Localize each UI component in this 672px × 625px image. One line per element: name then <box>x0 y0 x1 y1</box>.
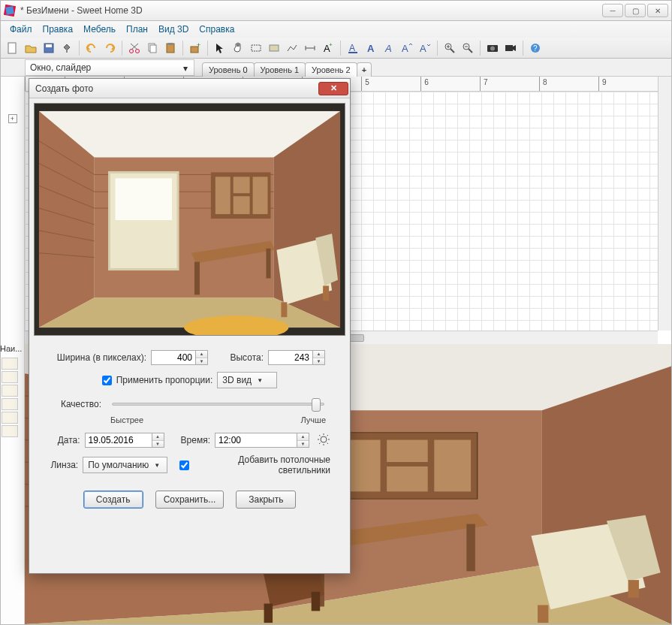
help-icon[interactable]: ? <box>528 41 543 56</box>
quality-label: Качество: <box>49 399 101 409</box>
zoom-out-icon[interactable] <box>460 41 475 56</box>
svg-line-147 <box>319 435 321 436</box>
sun-icon[interactable] <box>317 433 330 448</box>
height-input[interactable] <box>268 350 313 365</box>
quality-slider[interactable] <box>112 403 324 406</box>
svg-rect-24 <box>348 52 357 53</box>
lens-label: Линза: <box>49 460 78 470</box>
width-spinner[interactable]: ▲▼ <box>151 349 208 366</box>
svg-point-37 <box>490 46 495 50</box>
menu-furniture[interactable]: Мебель <box>79 23 120 36</box>
add-furniture-icon[interactable]: + <box>188 41 203 56</box>
dialog-title: Создать фото <box>35 83 318 94</box>
menu-help[interactable]: Справка <box>194 23 239 36</box>
dialog-titlebar[interactable]: Создать фото ✕ <box>29 79 350 98</box>
toolbar: + A+ A A A A A ? <box>0 38 672 59</box>
svg-rect-13 <box>168 43 173 45</box>
window-titlebar: * БезИмени - Sweet Home 3D ─ ▢ ✕ <box>0 0 672 21</box>
svg-text:A: A <box>420 43 426 54</box>
window-maximize-button[interactable]: ▢ <box>625 4 646 17</box>
svg-line-34 <box>469 49 472 53</box>
preferences-icon[interactable] <box>59 41 74 56</box>
catalog-selector[interactable]: Окно, слайдер ▾ <box>25 59 194 76</box>
cut-icon[interactable] <box>127 41 142 56</box>
tab-level-2[interactable]: Уровень 2 <box>305 62 357 77</box>
height-spinner[interactable]: ▲▼ <box>268 349 325 366</box>
slider-handle[interactable] <box>312 398 321 412</box>
create-button[interactable]: Создать <box>83 491 143 509</box>
create-walls-icon[interactable] <box>249 41 264 56</box>
lens-combo[interactable]: По умолчанию▼ <box>83 457 167 473</box>
zoom-in-icon[interactable] <box>442 41 457 56</box>
tree-expand-icon[interactable]: + <box>8 114 17 123</box>
menu-plan[interactable]: План <box>122 23 152 36</box>
dialog-close-button[interactable]: ✕ <box>318 82 348 95</box>
svg-rect-110 <box>628 580 639 598</box>
save-button[interactable]: Сохранить... <box>155 491 225 509</box>
window-close-button[interactable]: ✕ <box>647 4 668 17</box>
date-input[interactable] <box>85 433 152 448</box>
pan-tool-icon[interactable] <box>231 41 246 56</box>
menu-file[interactable]: Файл <box>5 23 37 36</box>
menu-edit[interactable]: Правка <box>38 23 78 36</box>
new-icon[interactable] <box>5 41 20 56</box>
svg-point-142 <box>321 436 327 442</box>
svg-rect-136 <box>267 249 271 279</box>
time-spinner[interactable]: ▲▼ <box>215 432 309 448</box>
tab-level-1[interactable]: Уровень 1 <box>254 62 306 77</box>
copy-icon[interactable] <box>145 41 160 56</box>
apply-ratio-checkbox[interactable] <box>102 376 112 385</box>
furniture-list-header: Наи... <box>0 344 24 353</box>
svg-rect-38 <box>505 45 513 51</box>
ceiling-lights-checkbox[interactable] <box>179 460 189 470</box>
menu-view3d[interactable]: Вид 3D <box>154 23 193 36</box>
text-bold-icon[interactable]: A <box>363 41 378 56</box>
create-polyline-icon[interactable] <box>285 41 300 56</box>
tab-add-level[interactable]: + <box>357 62 372 77</box>
spinner-up-icon[interactable]: ▲ <box>313 351 324 358</box>
svg-rect-135 <box>194 262 200 295</box>
redo-icon[interactable] <box>102 41 117 56</box>
sub-toolbar: Окно, слайдер ▾ Уровень 0 Уровень 1 Уров… <box>0 59 672 77</box>
spinner-down-icon[interactable]: ▼ <box>196 358 207 365</box>
svg-rect-140 <box>323 285 329 300</box>
date-spinner[interactable]: ▲▼ <box>85 432 164 448</box>
date-label: Дата: <box>49 435 80 445</box>
tab-level-0[interactable]: Уровень 0 <box>202 62 255 77</box>
spinner-up-icon[interactable]: ▲ <box>196 351 207 358</box>
plan-scrollbar-vertical[interactable] <box>658 77 671 331</box>
svg-rect-132 <box>234 196 250 214</box>
text-color-icon[interactable]: A <box>345 41 360 56</box>
svg-line-148 <box>327 442 329 444</box>
svg-line-9 <box>131 44 138 50</box>
svg-rect-131 <box>234 177 250 193</box>
ratio-combo[interactable]: 3D вид▼ <box>217 372 277 388</box>
svg-line-149 <box>319 442 321 444</box>
window-title: * БезИмени - Sweet Home 3D <box>20 5 602 16</box>
open-icon[interactable] <box>23 41 38 56</box>
undo-icon[interactable] <box>84 41 99 56</box>
close-button[interactable]: Закрыть <box>236 491 296 509</box>
chevron-down-icon: ▼ <box>255 375 265 385</box>
svg-text:+: + <box>329 42 333 48</box>
spinner-down-icon[interactable]: ▼ <box>313 358 324 365</box>
create-video-icon[interactable] <box>503 41 518 56</box>
create-dimension-icon[interactable] <box>303 41 318 56</box>
create-photo-dialog: Создать фото ✕ <box>29 78 351 574</box>
save-icon[interactable] <box>41 41 56 56</box>
create-text-icon[interactable]: A+ <box>321 41 336 56</box>
decrease-text-icon[interactable]: A <box>417 41 432 56</box>
create-room-icon[interactable] <box>267 41 282 56</box>
time-input[interactable] <box>215 433 297 448</box>
svg-text:?: ? <box>533 44 538 53</box>
select-tool-icon[interactable] <box>212 41 228 56</box>
width-input[interactable] <box>151 350 196 365</box>
svg-rect-98 <box>387 440 428 462</box>
paste-icon[interactable] <box>163 41 178 56</box>
increase-text-icon[interactable]: A <box>399 41 414 56</box>
text-italic-icon[interactable]: A <box>381 41 396 56</box>
svg-rect-16 <box>252 45 261 51</box>
window-minimize-button[interactable]: ─ <box>602 4 623 17</box>
apply-ratio-label: Применить пропорции: <box>116 375 213 385</box>
create-photo-icon[interactable] <box>485 41 500 56</box>
